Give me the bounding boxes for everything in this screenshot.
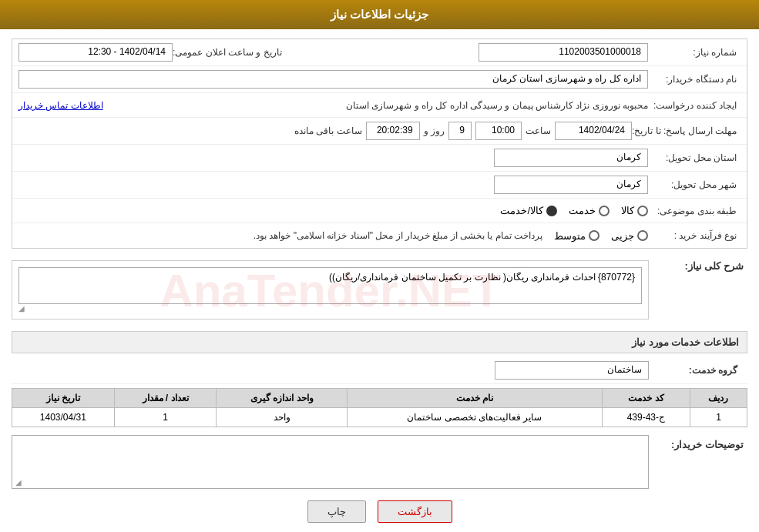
purchase-jozi-label: جزیی: [611, 230, 634, 242]
buyer-org-value: اداره کل راه و شهرسازی استان کرمان: [18, 70, 648, 89]
purchase-type-label: نوع فرآیند خرید :: [648, 230, 741, 241]
cell-unit: واحد: [217, 408, 348, 427]
date-label: تاریخ و ساعت اعلان عمومی:: [173, 47, 286, 58]
cell-date: 1403/04/31: [12, 408, 115, 427]
radio-motevaset: [589, 230, 599, 241]
cell-row-num: 1: [690, 408, 747, 427]
radio-kala-khedmat: [546, 206, 557, 216]
service-group-row: گروه خدمت: ساختمان: [12, 357, 747, 384]
creator-row: ایجاد کننده درخواست: محبوبه نوروزی نژاد …: [12, 93, 747, 118]
province-label: استان محل تحویل:: [648, 152, 741, 163]
purchase-motevaset-label: متوسط: [554, 230, 586, 242]
main-form-section: شماره نیاز: 1102003501000018 تاریخ و ساع…: [12, 38, 747, 249]
deadline-row: مهلت ارسال پاسخ: تا تاریخ: 1402/04/24 سا…: [12, 118, 747, 145]
buyer-org-label: نام دستگاه خریدار:: [648, 74, 741, 85]
request-number-value: 1102003501000018: [479, 43, 648, 62]
purchase-type-motevaset[interactable]: متوسط: [554, 230, 599, 242]
description-watermark-area: AnaTender.NET {870772} احداث فرمانداری ر…: [12, 260, 649, 320]
description-label: شرح کلی نیاز:: [655, 256, 747, 272]
deadline-days-suffix: روز و: [424, 125, 445, 136]
page-title: جزئیات اطلاعات نیاز: [331, 8, 428, 21]
purchase-type-row: نوع فرآیند خرید : جزیی متوسط پرداخت تمام…: [12, 223, 747, 248]
buyer-notes-container: ◢: [12, 435, 649, 489]
print-button[interactable]: چاپ: [307, 500, 366, 523]
deadline-time-label: ساعت: [526, 125, 551, 136]
category-label: طبقه بندی موضوعی:: [648, 206, 741, 216]
deadline-time: 10:00: [475, 122, 522, 140]
description-container: AnaTender.NET {870772} احداث فرمانداری ر…: [12, 256, 649, 323]
deadline-remaining: 20:02:39: [366, 122, 420, 140]
cell-service-name: سایر فعالیت‌های تخصصی ساختمان: [348, 408, 603, 427]
deadline-fields: 1402/04/24 ساعت 10:00 9 روز و 20:02:39 س…: [18, 122, 632, 140]
date-value: 1402/04/14 - 12:30: [18, 43, 173, 62]
purchase-type-note: پرداخت تمام یا بخشی از مبلغ خریدار از مح…: [18, 230, 542, 241]
service-group-label: گروه خدمت:: [649, 365, 741, 376]
col-date: تاریخ نیاز: [12, 389, 115, 408]
city-label: شهر محل تحویل:: [648, 179, 741, 190]
purchase-type-jozi[interactable]: جزیی: [611, 230, 648, 242]
deadline-remaining-suffix: ساعت باقی مانده: [294, 125, 362, 136]
table-header-row: ردیف کد خدمت نام خدمت واحد اندازه گیری ت…: [12, 389, 747, 408]
category-khedmat-label: خدمت: [569, 205, 596, 216]
table-row: 1 ج-43-439 سایر فعالیت‌های تخصصی ساختمان…: [12, 408, 747, 427]
buyer-org-row: نام دستگاه خریدار: اداره کل راه و شهرساز…: [12, 66, 747, 93]
deadline-date: 1402/04/24: [555, 122, 632, 140]
page-header: جزئیات اطلاعات نیاز: [0, 0, 759, 29]
category-kala-label: کالا: [621, 205, 634, 216]
buyer-notes-section: توضیحات خریدار: ◢: [12, 435, 747, 489]
radio-jozi: [637, 230, 648, 241]
city-row: شهر محل تحویل: کرمان: [12, 172, 747, 199]
purchase-type-options: جزیی متوسط پرداخت تمام یا بخشی از مبلغ خ…: [18, 230, 648, 242]
buyer-notes-label: توضیحات خریدار:: [655, 435, 747, 450]
request-number-label: شماره نیاز:: [648, 47, 741, 58]
radio-khedmat: [599, 206, 610, 216]
col-quantity: تعداد / مقدار: [114, 389, 217, 408]
deadline-label: مهلت ارسال پاسخ: تا تاریخ:: [632, 125, 741, 136]
category-option-kala-khedmat[interactable]: کالا/خدمت: [500, 205, 557, 216]
back-button[interactable]: بازگشت: [378, 500, 452, 523]
main-content: شماره نیاز: 1102003501000018 تاریخ و ساع…: [0, 29, 759, 532]
col-unit: واحد اندازه گیری: [217, 389, 348, 408]
category-kala-khedmat-label: کالا/خدمت: [500, 205, 543, 216]
deadline-days: 9: [448, 122, 472, 140]
description-value: {870772} احداث فرمانداری ریگان( نظارت بر…: [18, 267, 642, 304]
province-row: استان محل تحویل: کرمان: [12, 145, 747, 172]
buyer-notes-value: ◢: [12, 435, 649, 489]
service-group-value: ساختمان: [495, 361, 649, 380]
col-service-name: نام خدمت: [348, 389, 603, 408]
radio-kala: [637, 206, 648, 216]
notes-resize-handle: ◢: [15, 478, 22, 487]
col-service-code: کد خدمت: [602, 389, 690, 408]
cell-quantity: 1: [114, 408, 217, 427]
category-option-kala[interactable]: کالا: [621, 205, 648, 216]
services-table: ردیف کد خدمت نام خدمت واحد اندازه گیری ت…: [12, 388, 747, 427]
button-row: بازگشت چاپ: [12, 500, 747, 523]
city-value: کرمان: [494, 176, 648, 194]
description-section: شرح کلی نیاز: AnaTender.NET {870772} احد…: [12, 256, 747, 323]
category-options: کالا خدمت کالا/خدمت: [18, 205, 648, 216]
province-value: کرمان: [494, 149, 648, 167]
cell-service-code: ج-43-439: [602, 408, 690, 427]
category-row: طبقه بندی موضوعی: کالا خدمت کالا/خدمت: [12, 199, 747, 223]
creator-link[interactable]: اطلاعات تماس خریدار: [18, 100, 103, 111]
category-option-khedmat[interactable]: خدمت: [569, 205, 610, 216]
resize-handle: ◢: [18, 304, 642, 313]
creator-value: محبوبه نوروزی نژاد کارشناس پیمان و رسیدگ…: [106, 100, 648, 111]
request-number-row: شماره نیاز: 1102003501000018 تاریخ و ساع…: [12, 39, 747, 66]
col-row-number: ردیف: [690, 389, 747, 408]
services-section-title: اطلاعات خدمات مورد نیاز: [12, 331, 747, 353]
creator-label: ایجاد کننده درخواست:: [648, 100, 741, 111]
page-wrapper: جزئیات اطلاعات نیاز شماره نیاز: 11020035…: [0, 0, 759, 532]
